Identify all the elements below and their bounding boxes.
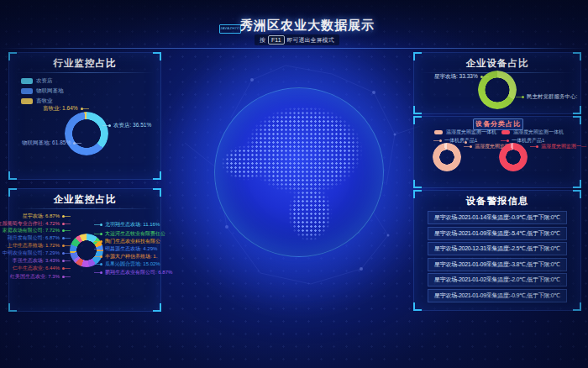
enterprise-ratio-panel: 企业监控占比 星宇农场: 6.87% 红颜葡萄专业合作社: 4.72% 家庭农场… [8,188,161,312]
corner-bracket-icon [153,303,161,312]
series-dot-icon [62,237,65,239]
series-dot-icon [522,96,524,98]
panel-title: 企业监控占比 [9,193,160,206]
corner-bracket-icon [413,106,422,114]
series-dot-icon [100,240,102,243]
chart-label: 北羽翔生态农场: 11.16% [100,221,160,228]
enterprise-donut-chart [70,234,103,267]
legend-swatch [21,98,33,104]
chart-label: 仁丰生态农业: 6.44% [13,265,65,271]
chart-label: 物联网基地: 61.85% [22,139,76,146]
f11-key: F11 [268,35,285,45]
series-dot-icon [62,252,65,255]
series-dot-icon [507,139,509,142]
class-right-donut-chart [499,143,528,171]
legend-swatch [501,130,510,134]
corner-bracket-icon [413,180,422,188]
chart-label: 红美国生态农业: 7.3% [10,273,65,280]
corner-bracket-icon [573,180,581,188]
legend-item: 温湿度光照监测一体机 [501,129,564,136]
series-dot-icon [100,263,102,265]
chart-label: 鹏翔生态农业有限公司: 6.87% [100,269,172,276]
alarm-row: 星宇农场-2021-01-02采集温度:-2.0℃,低于下限:0℃ [428,273,567,287]
corner-bracket-icon [413,116,422,124]
series-dot-icon [62,267,65,270]
chart-label: 明昌源生态农场: 4.29% [100,245,157,252]
corner-bracket-icon [573,302,581,311]
chart-label: 家庭农场有限公司: 7.72% [3,227,65,234]
industry-donut-chart [65,112,108,155]
series-dot-icon [62,244,65,247]
alarm-row: 星宇农场-2021-01-14采集温度:-0.9℃,低于下限:0℃ [428,211,567,224]
chart-label: 星宇农场: 33.33% [434,73,483,80]
series-dot-icon [470,145,472,148]
world-map-dots-icon [221,94,377,250]
chart-label: 农资店: 36.51% [108,122,151,129]
chart-label: 丰源大户种信养殖场: 1. [100,253,157,260]
series-dot-icon [73,142,76,145]
legend-swatch [21,78,33,84]
page-title: 秀洲区农业大数据展示 [13,18,588,34]
fullscreen-hint: 按 F11 即可退出全屏模式 [255,34,339,45]
header-divider [0,48,588,49]
panel-title: 行业监控占比 [9,57,160,70]
series-dot-icon [536,145,538,148]
legend-label: 畜牧业 [36,97,53,105]
series-dot-icon [62,260,65,262]
corner-bracket-icon [573,106,581,114]
corner-bracket-icon [153,171,161,180]
title-underline [16,72,154,73]
series-dot-icon [100,271,102,274]
chart-label: 大运河生态牧业有限责任公 [100,230,165,237]
chart-label: 上华生态养殖场: 1.72% [8,242,65,249]
hint-suffix: 即可退出全屏模式 [287,36,334,45]
corner-bracket-icon [573,116,581,124]
industry-ratio-panel: 行业监控占比 农资店 物联网基地 畜牧业 畜牧业: 1.64% 农资店: 36.… [8,52,161,180]
legend-item: 物联网基地 [21,87,64,95]
legend-item: 温湿度光照监测一体机 [434,129,496,136]
dashboard: JAVAZHIYI 秀洲区农业大数据展示 按 F11 即可退出全屏模式 行业监控… [0,0,588,368]
legend-label: 物联网基地 [36,87,64,95]
chart-label: 李强生态农场: 3.43% [13,257,65,264]
hint-prefix: 按 [260,36,265,45]
device-class-panel: 设备分类占比 温湿度光照监测一体机 一体机房产品1 温湿度光照监测一— 温湿度光… [413,116,581,188]
alarm-row: 星宇农场-2020-12-31采集温度:-2.5℃,低于下限:0℃ [428,242,567,255]
series-dot-icon [439,139,442,142]
chart-label: 瓜果沁园合营地: 15.02% [100,260,160,267]
corner-bracket-icon [413,302,422,311]
legend-item: 畜牧业 [21,97,53,105]
series-dot-icon [100,223,102,226]
globe [214,87,384,257]
corner-bracket-icon [8,171,17,180]
legend-label: 温湿度光照监测一体机 [446,129,496,136]
chart-label: 温湿度光照监测一— [536,143,586,150]
panel-title: 企业设备占比 [414,57,580,70]
series-dot-icon [480,76,483,78]
chart-label: 翔升发有限公司: 6.87% [8,234,65,241]
series-dot-icon [465,141,467,144]
alarm-row: 星宇农场-2021-01-09采集温度:-0.9℃,低于下限:0℃ [428,289,567,302]
legend-swatch [21,88,33,94]
series-dot-icon [100,255,102,258]
legend-item: 农资店 [21,77,53,85]
legend-label: 农资店 [36,77,53,85]
corner-bracket-icon [8,303,17,312]
device-ratio-panel: 企业设备占比 星宇农场: 33.33% 民主村党群服务中心: [413,52,581,114]
chart-label: 星宇农场: 6.87% [23,213,65,219]
chart-label: 畜牧业: 1.64% [43,105,83,112]
series-dot-icon [62,215,65,218]
chart-label: 民主村党群服务中心: [522,93,577,100]
series-dot-icon [62,276,65,278]
series-dot-icon [100,248,102,250]
device-alarm-panel: 设备警报信息 星宇农场-2021-01-14采集温度:-0.9℃,低于下限:0℃… [413,190,581,311]
chart-label: 红颜葡萄专业合作社: 4.72% [0,220,65,227]
series-dot-icon [62,223,65,225]
legend-label: 温湿度光照监测一体机 [513,129,564,136]
series-dot-icon [100,233,102,235]
title-underline [16,208,154,209]
series-dot-icon [108,124,111,127]
alarm-row: 星宇农场-2021-01-09采集温度:-5.4℃,低于下限:0℃ [428,227,567,240]
chart-label: 陶门生态农业科技有限公 [100,238,160,244]
legend-swatch [434,130,443,134]
series-dot-icon [81,108,83,110]
